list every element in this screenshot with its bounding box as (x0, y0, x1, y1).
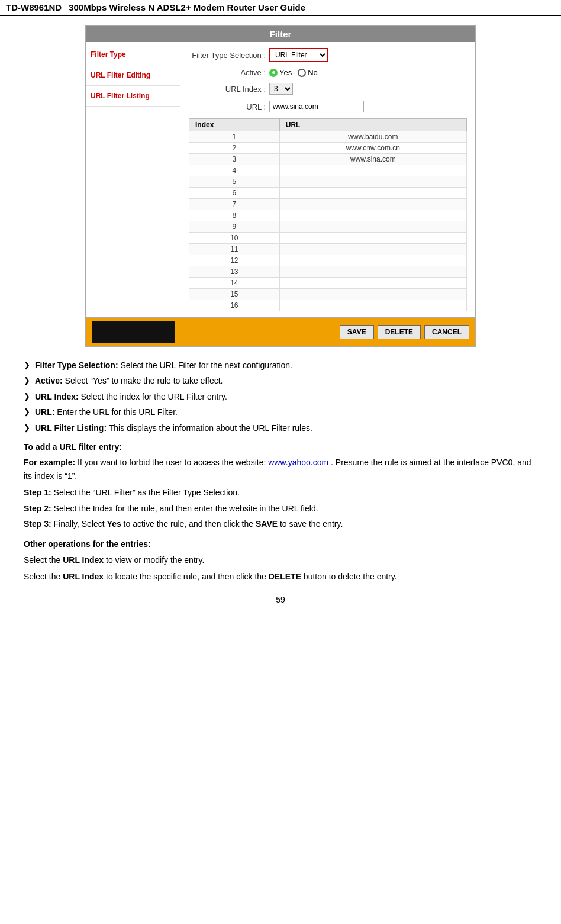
step-1: Step 1: Select the “URL Filter” as the F… (24, 486, 537, 499)
table-cell-index: 13 (189, 266, 280, 278)
active-no-label[interactable]: No (298, 68, 318, 77)
sidebar-url-filter-editing: URL Filter Editing (86, 65, 180, 86)
table-cell-index: 10 (189, 233, 280, 244)
table-cell-url (279, 233, 466, 244)
save-button[interactable]: SAVE (340, 325, 374, 339)
list-item: ❯Filter Type Selection: Select the URL F… (24, 359, 537, 372)
model-name: TD-W8961ND (6, 2, 62, 12)
page-title: 300Mbps Wireless N ADSL2+ Modem Router U… (69, 2, 305, 12)
table-cell-url (279, 255, 466, 266)
table-header-url: URL (279, 119, 466, 131)
url-index-label: URL Index : (189, 85, 266, 94)
table-cell-index: 16 (189, 300, 280, 311)
router-ui-main: Filter Type Selection : URL Filter Activ… (180, 42, 475, 317)
table-cell-url: www.cnw.com.cn (279, 143, 466, 154)
bullet-arrow-icon: ❯ (24, 375, 30, 387)
table-row: 4 (189, 165, 467, 176)
footer-black-block (92, 321, 175, 343)
url-index-select[interactable]: 3 (269, 83, 293, 95)
table-row: 11 (189, 244, 467, 255)
active-radio-group: Yes No (269, 68, 318, 77)
active-yes-label[interactable]: Yes (269, 68, 292, 77)
active-yes-radio[interactable] (269, 69, 278, 77)
table-cell-index: 15 (189, 289, 280, 300)
example-label: For example: (24, 458, 75, 467)
table-cell-url (279, 278, 466, 289)
table-cell-index: 9 (189, 221, 280, 233)
table-cell-url (279, 165, 466, 176)
step-text: Select the Index for the rule, and then … (51, 504, 318, 513)
bullet-text: URL Filter Listing: This displays the in… (35, 421, 312, 434)
table-row: 6 (189, 188, 467, 199)
table-row: 5 (189, 176, 467, 188)
table-row: 7 (189, 199, 467, 210)
bullet-arrow-icon: ❯ (24, 422, 30, 434)
table-cell-index: 11 (189, 244, 280, 255)
other-op-1: Select the URL Index to view or modify t… (24, 553, 537, 566)
table-row: 10 (189, 233, 467, 244)
step-2: Step 2: Select the Index for the rule, a… (24, 502, 537, 515)
delete-button[interactable]: DELETE (378, 325, 421, 339)
bullet-text: URL Index: Select the index for the URL … (35, 390, 227, 403)
table-row: 15 (189, 289, 467, 300)
router-ui-footer: SAVE DELETE CANCEL (86, 317, 475, 346)
table-cell-url (279, 188, 466, 199)
bullet-arrow-icon: ❯ (24, 359, 30, 372)
table-cell-index: 3 (189, 154, 280, 165)
table-cell-index: 12 (189, 255, 280, 266)
step-text: Select the “URL Filter” as the Filter Ty… (51, 488, 240, 497)
cancel-button[interactable]: CANCEL (424, 325, 469, 339)
table-header-index: Index (189, 119, 280, 131)
router-ui-body: Filter Type URL Filter Editing URL Filte… (86, 42, 475, 317)
router-ui-sidebar: Filter Type URL Filter Editing URL Filte… (86, 42, 180, 317)
active-label: Active : (189, 68, 266, 77)
active-row: Active : Yes No (189, 68, 467, 77)
url-index-row: URL Index : 3 (189, 83, 467, 95)
active-no-radio[interactable] (298, 69, 306, 77)
filter-type-select[interactable]: URL Filter (269, 48, 328, 62)
bullet-text: URL: Enter the URL for this URL Filter. (35, 405, 178, 418)
example-text: If you want to forbid the user to access… (78, 458, 268, 467)
add-heading: To add a URL filter entry: (24, 440, 537, 453)
table-cell-index: 2 (189, 143, 280, 154)
other-op-2: Select the URL Index to locate the speci… (24, 570, 537, 583)
filter-type-row: Filter Type Selection : URL Filter (189, 48, 467, 62)
step-3: Step 3: Finally, Select Yes to active th… (24, 517, 537, 530)
table-cell-url (279, 289, 466, 300)
bullet-arrow-icon: ❯ (24, 406, 30, 418)
bullet-arrow-icon: ❯ (24, 391, 30, 403)
table-cell-url (279, 300, 466, 311)
router-ui-screenshot: Filter Filter Type URL Filter Editing UR… (85, 25, 476, 347)
table-row: 1www.baidu.com (189, 131, 467, 143)
other-op-text: Select the URL Index to view or modify t… (24, 555, 204, 565)
step-label: Step 3: (24, 519, 51, 529)
url-label: URL : (189, 102, 266, 111)
step-label: Step 1: (24, 488, 51, 497)
table-cell-url (279, 266, 466, 278)
step-text: Finally, Select Yes to active the rule, … (51, 519, 343, 529)
other-ops-heading: Other operations for the entries: (24, 537, 537, 550)
step-label: Step 2: (24, 504, 51, 513)
bullet-text: Active: Select “Yes” to make the rule to… (35, 374, 223, 387)
table-cell-url: www.baidu.com (279, 131, 466, 143)
other-op-text: Select the URL Index to locate the speci… (24, 572, 397, 581)
table-cell-url (279, 244, 466, 255)
example-link[interactable]: www.yahoo.com (268, 458, 328, 467)
table-row: 2www.cnw.com.cn (189, 143, 467, 154)
feature-list: ❯Filter Type Selection: Select the URL F… (24, 359, 537, 434)
sidebar-url-filter-listing: URL Filter Listing (86, 86, 180, 107)
table-row: 13 (189, 266, 467, 278)
table-cell-url: www.sina.com (279, 154, 466, 165)
example-para: For example: If you want to forbid the u… (24, 456, 537, 482)
url-input[interactable] (269, 101, 364, 112)
sidebar-filter-type: Filter Type (86, 42, 180, 65)
active-no-text: No (308, 68, 318, 77)
table-cell-index: 1 (189, 131, 280, 143)
table-row: 3www.sina.com (189, 154, 467, 165)
table-cell-url (279, 210, 466, 221)
router-ui-titlebar: Filter (86, 26, 475, 42)
table-row: 9 (189, 221, 467, 233)
table-cell-url (279, 176, 466, 188)
page-header: TD-W8961ND 300Mbps Wireless N ADSL2+ Mod… (0, 0, 561, 16)
table-cell-index: 14 (189, 278, 280, 289)
